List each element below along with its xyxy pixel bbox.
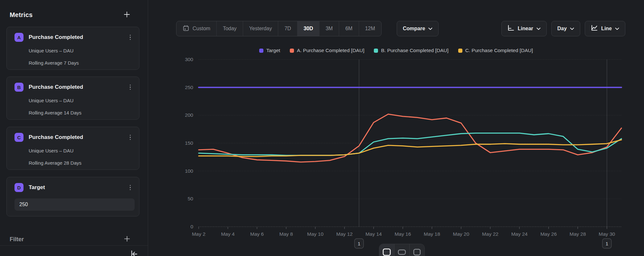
kebab-menu-icon[interactable] (128, 184, 133, 192)
y-axis-tick-label: 100 (185, 168, 193, 174)
metrics-sidebar: Metrics A Purchase Completed Unique User… (0, 0, 148, 256)
metric-title: Purchase Completed (29, 84, 128, 90)
chart-size-medium-button[interactable] (394, 244, 410, 256)
metric-measurement: Unique Users – DAU (29, 148, 133, 153)
y-axis-tick-label: 200 (185, 112, 193, 118)
x-axis-tick-label: May 2 (192, 231, 205, 237)
plus-icon (123, 11, 130, 19)
target-card[interactable]: D Target (6, 177, 139, 216)
kebab-menu-icon[interactable] (128, 33, 133, 41)
x-axis-tick-label: May 8 (279, 231, 293, 237)
plus-icon (124, 235, 130, 243)
collapse-sidebar-button[interactable] (128, 249, 140, 256)
metric-measurement: Unique Users – DAU (29, 98, 133, 103)
x-axis-tick-label: May 4 (221, 231, 235, 237)
metric-title: Purchase Completed (29, 34, 128, 41)
metric-transform: Rolling Average 28 Days (29, 160, 133, 166)
x-axis-tick-label: May 12 (336, 231, 353, 237)
target-title: Target (29, 184, 128, 191)
x-axis-tick-label: May 16 (394, 231, 411, 237)
chart-size-toggle (379, 244, 425, 256)
x-axis-tick-label: May 26 (540, 231, 557, 237)
kebab-menu-icon[interactable] (128, 83, 133, 91)
series-line[interactable] (199, 140, 621, 157)
metric-card-b[interactable]: B Purchase Completed Unique Users – DAU … (6, 77, 139, 120)
add-filter-button[interactable] (122, 234, 132, 244)
metric-measurement: Unique Users – DAU (29, 48, 133, 53)
chart-size-small-button[interactable] (379, 244, 394, 256)
metric-transform: Rolling Average 7 Days (29, 60, 133, 66)
sidebar-divider (0, 245, 148, 246)
medium-chart-icon (398, 248, 406, 256)
y-axis-tick-label: 250 (185, 85, 193, 90)
collapse-sidebar-icon (129, 250, 139, 256)
y-axis-tick-label: 50 (188, 196, 194, 201)
y-axis-tick-label: 0 (190, 224, 193, 229)
small-chart-icon (383, 248, 391, 256)
metric-badge-c: C (14, 133, 24, 142)
metric-card-c[interactable]: C Purchase Completed Unique Users – DAU … (6, 127, 139, 170)
metric-card-a[interactable]: A Purchase Completed Unique Users – DAU … (6, 27, 139, 70)
sidebar-header: Metrics (0, 0, 148, 20)
kebab-menu-icon[interactable] (128, 133, 133, 142)
chart-size-large-button[interactable] (410, 244, 424, 256)
x-axis-tick-label: May 28 (570, 231, 586, 237)
metric-title: Purchase Completed (29, 134, 128, 141)
x-axis-tick-label: May 24 (511, 231, 528, 237)
line-chart[interactable]: 050100150200250300May 2May 4May 6May 8Ma… (148, 0, 644, 256)
x-axis-tick-label: May 10 (307, 231, 324, 237)
x-axis-tick-label: May 20 (453, 231, 469, 237)
add-metric-button[interactable] (122, 10, 132, 20)
x-axis-tick-label: May 6 (250, 231, 264, 237)
x-axis-tick-label: May 14 (365, 231, 382, 237)
y-axis-tick-label: 150 (185, 140, 193, 146)
x-axis-tick-label: May 18 (424, 231, 440, 237)
target-value-input[interactable] (14, 198, 135, 211)
metric-transform: Rolling Average 14 Days (29, 110, 133, 115)
large-chart-icon (413, 248, 421, 256)
filter-title: Filter (10, 236, 24, 243)
annotation-badge-label: 1 (605, 241, 608, 246)
metric-badge-b: B (14, 83, 24, 92)
metric-badge-a: A (14, 33, 24, 42)
x-axis-tick-label: May 30 (599, 231, 615, 237)
metric-badge-d: D (14, 183, 24, 192)
y-axis-tick-label: 300 (185, 57, 193, 62)
metrics-title: Metrics (10, 11, 33, 19)
annotation-badge-label: 1 (358, 241, 361, 246)
x-axis-tick-label: May 22 (482, 231, 498, 237)
